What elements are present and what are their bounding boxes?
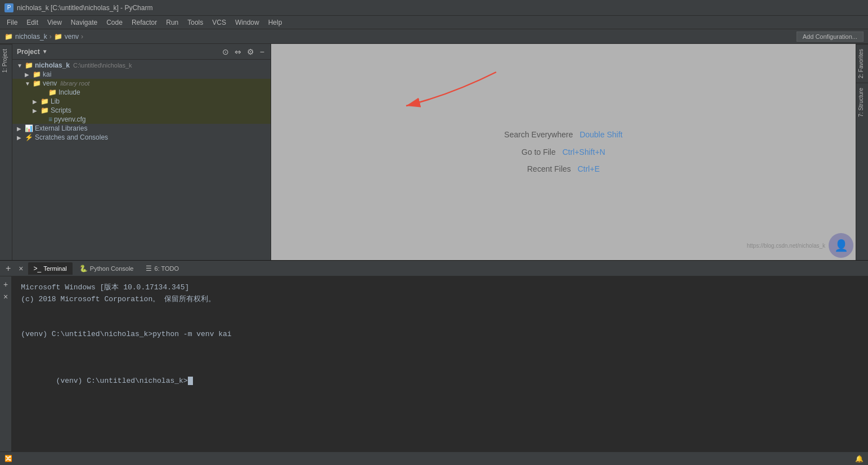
status-bar: 🔀 🔔 <box>0 451 868 465</box>
terminal-icon: >_ <box>34 265 42 272</box>
venv-badge: library root <box>60 80 89 87</box>
main-area: 1: Project Project ▼ ⊙ ⇔ ⚙ − ▼ 📁 nichola… <box>0 44 868 260</box>
settings-icon[interactable]: ⚙ <box>245 47 256 57</box>
menu-bar: File Edit View Navigate Code Refactor Ru… <box>0 16 868 29</box>
hint-recent: Recent Files Ctrl+E <box>504 160 622 178</box>
tab-todo[interactable]: ☰ 6: TODO <box>140 262 185 275</box>
kai-name: kai <box>43 70 51 78</box>
bottom-tabs: + × >_ Terminal 🐍 Python Console ☰ 6: TO… <box>0 261 868 276</box>
root-name: nicholas_k <box>35 61 70 69</box>
tab-terminal[interactable]: >_ Terminal <box>28 262 73 275</box>
tree-item-venv[interactable]: ▼ 📁 venv library root <box>12 79 271 88</box>
tree-root[interactable]: ▼ 📁 nicholas_k C:\untitled\nicholas_k <box>12 61 271 70</box>
terminal-close-btn[interactable]: × <box>2 291 10 302</box>
todo-icon: ☰ <box>146 265 152 272</box>
scripts-folder-icon: 📁 <box>41 106 49 114</box>
breadcrumb-item-1[interactable]: nicholas_k <box>15 33 47 41</box>
lib-name: Lib <box>51 97 60 105</box>
hide-icon[interactable]: − <box>258 47 266 57</box>
root-path: C:\untitled\nicholas_k <box>73 62 132 69</box>
tree-item-lib[interactable]: ▶ 📁 Lib <box>12 97 271 106</box>
tab-close-button[interactable]: × <box>15 264 26 273</box>
root-folder-icon: 📁 <box>25 61 33 69</box>
scope-icon[interactable]: ⊙ <box>221 47 231 57</box>
left-side-tabs: 1: Project <box>0 44 12 260</box>
kai-folder-icon: 📁 <box>33 70 41 78</box>
python-icon: 🐍 <box>79 265 88 272</box>
tree-item-kai[interactable]: ▶ 📁 kai <box>12 70 271 79</box>
menu-run[interactable]: Run <box>161 17 183 28</box>
tab-python-console[interactable]: 🐍 Python Console <box>74 262 140 275</box>
avatar: 👤 <box>829 233 853 258</box>
tab-python-label: Python Console <box>90 265 134 272</box>
panel-icons: ⊙ ⇔ ⚙ − <box>221 47 266 57</box>
tree-item-external[interactable]: ▶ 📊 External Libraries <box>12 124 271 133</box>
menu-code[interactable]: Code <box>102 17 127 28</box>
sidebar-item-structure[interactable]: 7: Structure <box>856 83 868 122</box>
menu-tools[interactable]: Tools <box>183 17 208 28</box>
menu-view[interactable]: View <box>43 17 66 28</box>
root-arrow: ▼ <box>17 62 25 69</box>
sidebar-item-favorites[interactable]: 2: Favorites <box>856 44 868 83</box>
breadcrumb: 📁 nicholas_k › 📁 venv › <box>5 33 83 41</box>
terminal-line-3 <box>21 317 859 329</box>
menu-window[interactable]: Window <box>231 17 264 28</box>
status-right: 🔔 <box>855 455 863 463</box>
git-icon: 🔀 <box>5 455 12 462</box>
hint-goto: Go to File Ctrl+Shift+N <box>504 144 622 161</box>
tree-item-include[interactable]: 📁 Include <box>12 88 271 97</box>
annotation-arrow <box>305 61 519 128</box>
terminal-line-5 <box>21 341 859 352</box>
venv-name: venv <box>43 79 57 87</box>
terminal-line-2 <box>21 306 859 318</box>
menu-navigate[interactable]: Navigate <box>66 17 102 28</box>
scratches-name: Scratches and Consoles <box>35 133 108 141</box>
watermark: https://blog.csdn.net/nicholas_k 👤 <box>744 231 856 260</box>
add-configuration-button[interactable]: Add Configuration... <box>797 32 863 42</box>
hint-goto-key: Ctrl+Shift+N <box>563 147 605 157</box>
terminal-new-btn[interactable]: + <box>2 279 10 290</box>
terminal-content[interactable]: Microsoft Windows [版本 10.0.17134.345] (c… <box>12 276 868 451</box>
app-icon: P <box>5 3 14 12</box>
tree-item-pyvenv[interactable]: ≡ pyvenv.cfg <box>12 115 271 124</box>
menu-refactor[interactable]: Refactor <box>127 17 161 28</box>
tab-add-button[interactable]: + <box>2 263 14 274</box>
kai-arrow: ▶ <box>25 71 33 78</box>
menu-edit[interactable]: Edit <box>22 17 43 28</box>
sidebar-item-project[interactable]: 1: Project <box>0 44 12 77</box>
external-folder-icon: 📊 <box>25 124 33 132</box>
project-dropdown-icon[interactable]: ▼ <box>42 48 48 55</box>
pyvenv-file-icon: ≡ <box>48 115 52 123</box>
watermark-text: https://blog.csdn.net/nicholas_k <box>746 243 825 249</box>
terminal-line-7: (venv) C:\untitled\nicholas_k> <box>21 364 859 399</box>
venv-folder-icon: 📁 <box>33 79 41 87</box>
pyvenv-name: pyvenv.cfg <box>54 115 86 123</box>
panel-title: Project ▼ <box>17 48 48 56</box>
tab-terminal-label: Terminal <box>43 265 67 272</box>
breadcrumb-item-2[interactable]: venv <box>65 33 79 41</box>
terminal-cursor <box>188 377 193 385</box>
status-left: 🔀 <box>5 455 12 462</box>
tab-todo-label: 6: TODO <box>154 265 179 272</box>
hint-search: Search Everywhere Double Shift <box>504 126 622 144</box>
hint-recent-key: Ctrl+E <box>578 164 600 173</box>
notifications-icon[interactable]: 🔔 <box>855 455 863 463</box>
scratches-arrow: ▶ <box>17 135 25 141</box>
tree-item-scripts[interactable]: ▶ 📁 Scripts <box>12 106 271 115</box>
menu-vcs[interactable]: VCS <box>208 17 231 28</box>
venv-arrow: ▼ <box>25 81 33 87</box>
collapse-all-icon[interactable]: ⇔ <box>233 47 243 57</box>
terminal-prompt: (venv) C:\untitled\nicholas_k> <box>56 377 188 385</box>
lib-arrow: ▶ <box>33 99 41 105</box>
external-name: External Libraries <box>35 124 87 132</box>
lib-folder-icon: 📁 <box>41 97 49 105</box>
right-side-tabs: 2: Favorites 7: Structure <box>856 44 868 260</box>
terminal-side-buttons: + × <box>0 276 12 451</box>
menu-help[interactable]: Help <box>264 17 287 28</box>
terminal-line-4: (venv) C:\untitled\nicholas_k>python -m … <box>21 329 859 341</box>
tree-item-scratches[interactable]: ▶ ⚡ Scratches and Consoles <box>12 133 271 142</box>
include-name: Include <box>59 88 80 96</box>
project-panel: Project ▼ ⊙ ⇔ ⚙ − ▼ 📁 nicholas_k C:\unti… <box>12 44 271 260</box>
menu-file[interactable]: File <box>2 17 22 28</box>
window-title: nicholas_k [C:\untitled\nicholas_k] - Py… <box>17 4 152 12</box>
